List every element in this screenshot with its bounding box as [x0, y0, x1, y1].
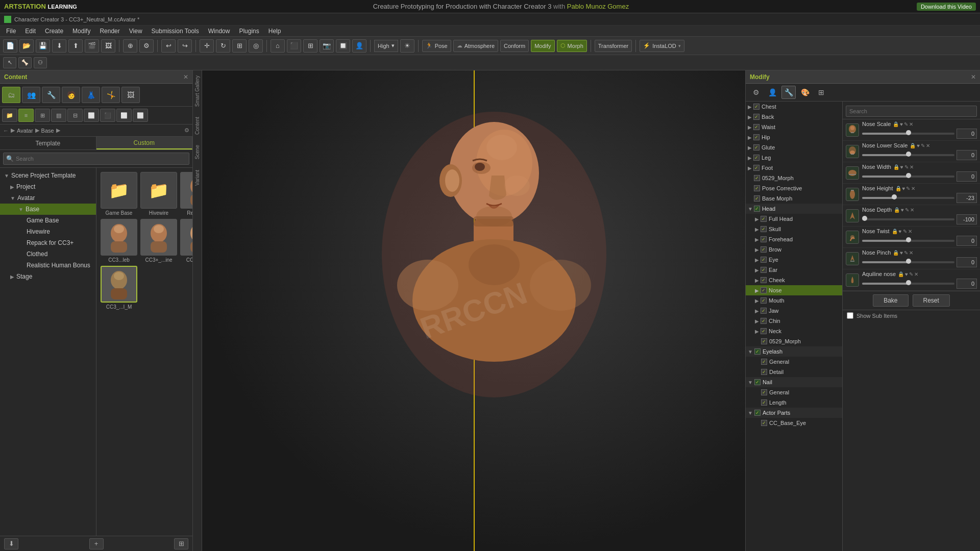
menu-help[interactable]: Help: [264, 27, 285, 36]
mt-cb-ear[interactable]: ✓: [761, 267, 767, 273]
mt-cb-nose[interactable]: ✓: [761, 287, 767, 293]
menu-submission[interactable]: Submission Tools: [148, 27, 203, 36]
grid-item-cc3-im[interactable]: CC3_...I_M: [101, 266, 137, 310]
mt-nail-general[interactable]: ✓ General: [746, 387, 842, 397]
tree-realistic[interactable]: Realistic Human Bonus: [0, 260, 96, 271]
mt-cb-cc-base-eye[interactable]: ✓: [761, 420, 767, 426]
toolbar-char[interactable]: 👤: [352, 39, 366, 53]
grid-item-hivewire[interactable]: 📁 Hivewire: [140, 172, 177, 216]
grid-item-cc3-ine[interactable]: CC3+_...ine: [140, 219, 177, 263]
prop-slider-nose-depth[interactable]: [862, 217, 954, 221]
toolbar-home[interactable]: ⌂: [271, 39, 285, 53]
prop-x-icon5[interactable]: ✕: [910, 207, 914, 213]
prop-icon-nose-lower[interactable]: [846, 145, 859, 158]
mt-cb-full-head[interactable]: ✓: [761, 216, 767, 222]
mt-foot[interactable]: ▶ ✓ Foot: [746, 163, 842, 173]
side-tab-variant[interactable]: Variant: [193, 165, 201, 191]
mt-cb-base-morph[interactable]: ✓: [754, 195, 760, 202]
menu-edit[interactable]: Edit: [21, 27, 40, 36]
panel-icon-image[interactable]: 🖼: [121, 87, 140, 103]
footer-settings[interactable]: ⊞: [174, 538, 188, 549]
tree-stage[interactable]: ▶ Stage: [0, 271, 96, 282]
side-tab-smart-gallery[interactable]: Smart Gallery: [193, 70, 201, 112]
toolbar-import[interactable]: ⬇: [52, 39, 66, 53]
prop-x-icon2[interactable]: ✕: [926, 143, 930, 148]
show-sub-items-checkbox[interactable]: [847, 312, 853, 319]
tree-repack[interactable]: Repack for CC3+: [0, 237, 96, 248]
prop-icon-nose-pinch[interactable]: [846, 252, 859, 265]
prop-heart-icon3[interactable]: ♥: [900, 164, 903, 170]
prop-lock-icon3[interactable]: 🔒: [893, 164, 899, 170]
right-icon-settings[interactable]: ⚙: [749, 86, 763, 99]
mt-cb-brow[interactable]: ✓: [761, 246, 767, 253]
reset-button[interactable]: Reset: [913, 294, 950, 307]
panel-icon2-large[interactable]: ⬜: [84, 109, 99, 122]
prop-lock-icon6[interactable]: 🔒: [892, 229, 898, 234]
toolbar-pivot[interactable]: ◎: [249, 39, 263, 53]
mt-cheek[interactable]: ▶ ✓ Cheek: [746, 275, 842, 285]
mt-eyelash-detail[interactable]: ✓ Detail: [746, 367, 842, 377]
breadcrumb-base[interactable]: Base: [41, 128, 54, 134]
right-panel-close[interactable]: ✕: [971, 73, 976, 81]
panel-icon2-list[interactable]: ≡: [18, 109, 34, 122]
prop-heart-icon8[interactable]: ♥: [905, 271, 908, 277]
tab-custom[interactable]: Custom: [96, 137, 193, 149]
panel-icon-cloth[interactable]: 👗: [82, 87, 100, 103]
prop-value-nose-lower[interactable]: [957, 150, 977, 160]
mt-0529morph2[interactable]: ✓ 0529_Morph: [746, 336, 842, 346]
prop-heart-icon[interactable]: ♥: [900, 121, 903, 127]
prop-lock-icon4[interactable]: 🔒: [895, 186, 901, 191]
mt-cb-head[interactable]: ✓: [754, 206, 760, 212]
prop-edit-icon5[interactable]: ✎: [905, 207, 909, 213]
mt-cb-nail[interactable]: ✓: [754, 379, 761, 385]
prop-search-input[interactable]: [846, 106, 977, 117]
menu-modify[interactable]: Modify: [68, 27, 94, 36]
prop-lock-icon8[interactable]: 🔒: [898, 271, 904, 277]
prop-x-icon6[interactable]: ✕: [908, 229, 912, 234]
mt-cb-hip[interactable]: ✓: [753, 134, 760, 140]
prop-slider-nose-height[interactable]: [862, 196, 954, 200]
toolbar-sun[interactable]: ☀: [400, 39, 414, 53]
mt-cb-glute[interactable]: ✓: [753, 144, 760, 151]
prop-icon-aquiline[interactable]: [846, 273, 859, 287]
toolbar-atmosphere-btn[interactable]: ☁ Atmosphere: [453, 40, 498, 52]
prop-x-icon8[interactable]: ✕: [914, 271, 918, 277]
tree-hivewire[interactable]: Hivewire: [0, 226, 96, 237]
prop-heart-icon4[interactable]: ♥: [902, 186, 905, 191]
prop-edit-icon[interactable]: ✎: [904, 121, 908, 127]
prop-edit-icon6[interactable]: ✎: [903, 229, 907, 234]
prop-icon-nose-depth[interactable]: [846, 209, 859, 222]
mt-cb-0529morph2[interactable]: ✓: [761, 338, 767, 344]
breadcrumb-avatar[interactable]: Avatar: [17, 128, 33, 134]
prop-lock-icon2[interactable]: 🔒: [910, 143, 916, 148]
toolbar-undo[interactable]: ↩: [161, 39, 176, 53]
prop-value-nose-depth[interactable]: [957, 214, 977, 224]
download-button[interactable]: Download this Video: [917, 3, 976, 11]
toolbar-rotate[interactable]: ↻: [216, 39, 230, 53]
mt-cb-waist[interactable]: ✓: [753, 124, 760, 130]
breadcrumb-settings[interactable]: ⚙: [184, 127, 189, 134]
tab-template[interactable]: Template: [0, 137, 96, 149]
toolbar-view2[interactable]: 🔲: [336, 39, 350, 53]
sub-tb-select[interactable]: ↖: [3, 57, 16, 68]
side-tab-scene[interactable]: Scene: [193, 140, 201, 164]
mt-cb-actor-parts[interactable]: ✓: [754, 410, 761, 416]
mt-nail[interactable]: ▼ ✓ Nail: [746, 377, 842, 387]
panel-icon-scene[interactable]: 🗂: [2, 87, 20, 103]
prop-slider-nose-scale[interactable]: [862, 132, 954, 136]
tree-game-base[interactable]: Game Base: [0, 215, 96, 226]
prop-x-icon7[interactable]: ✕: [909, 250, 913, 256]
breadcrumb-back[interactable]: ←: [3, 128, 9, 134]
menu-create[interactable]: Create: [41, 27, 67, 36]
prop-value-nose-width[interactable]: [957, 171, 977, 182]
right-icon-user[interactable]: 👤: [765, 86, 779, 99]
panel-icon-body[interactable]: 🧑: [62, 87, 80, 103]
prop-slider-nose-twist[interactable]: [862, 239, 954, 243]
prop-value-nose-height[interactable]: [957, 193, 977, 203]
panel-icon2-detail[interactable]: ⬜: [133, 109, 148, 122]
prop-slider-aquiline[interactable]: [862, 282, 954, 286]
toolbar-quality-dropdown[interactable]: High ▾: [374, 40, 398, 52]
mt-full-head[interactable]: ▶ ✓ Full Head: [746, 214, 842, 224]
sub-tb-group[interactable]: ⚇: [34, 57, 47, 68]
panel-icon2-list2[interactable]: ⬜: [116, 109, 132, 122]
